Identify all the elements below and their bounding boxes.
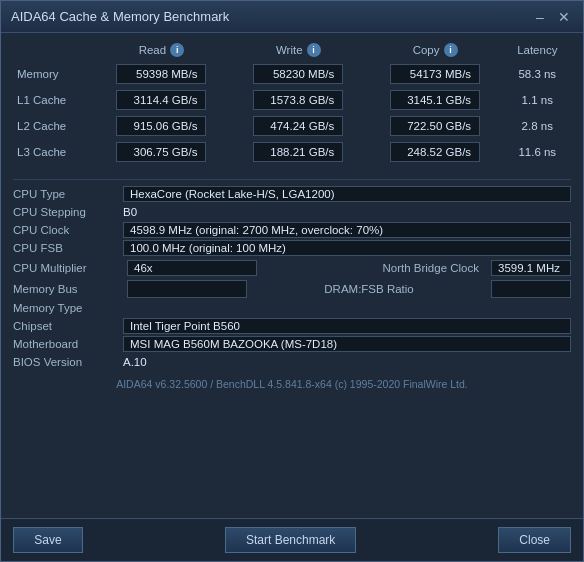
memory-bus-label: Memory Bus [13, 281, 123, 297]
table-row: L3 Cache 306.75 GB/s 188.21 GB/s 248.52 … [13, 139, 571, 165]
benchmark-table: Read i Write i Copy i [13, 41, 571, 165]
cpu-fsb-value: 100.0 MHz (original: 100 MHz) [123, 240, 571, 256]
memory-bus-row: Memory Bus DRAM:FSB Ratio [13, 280, 571, 298]
minimize-button[interactable]: – [531, 8, 549, 26]
memory-type-label: Memory Type [13, 300, 123, 316]
l1-copy: 3145.1 GB/s [367, 87, 504, 113]
col-header-read: Read i [93, 41, 230, 61]
window-title: AIDA64 Cache & Memory Benchmark [11, 9, 531, 24]
memory-copy: 54173 MB/s [367, 61, 504, 87]
bios-value: A.10 [123, 354, 571, 370]
cpu-clock-label: CPU Clock [13, 222, 123, 238]
cpu-stepping-value: B0 [123, 204, 571, 220]
memory-write: 58230 MB/s [230, 61, 367, 87]
dram-fsb-value [491, 280, 571, 298]
bios-label: BIOS Version [13, 354, 123, 370]
main-window: AIDA64 Cache & Memory Benchmark – ✕ Read… [0, 0, 584, 562]
start-benchmark-button[interactable]: Start Benchmark [225, 527, 356, 553]
table-row: L2 Cache 915.06 GB/s 474.24 GB/s 722.50 … [13, 113, 571, 139]
l3-read: 306.75 GB/s [93, 139, 230, 165]
close-button-bar[interactable]: Close [498, 527, 571, 553]
motherboard-label: Motherboard [13, 336, 123, 352]
col-header-copy: Copy i [367, 41, 504, 61]
title-bar: AIDA64 Cache & Memory Benchmark – ✕ [1, 1, 583, 33]
l2-read: 915.06 GB/s [93, 113, 230, 139]
content-area: Read i Write i Copy i [1, 33, 583, 518]
title-controls: – ✕ [531, 8, 573, 26]
col-header-latency: Latency [504, 41, 571, 61]
l1-read: 3114.4 GB/s [93, 87, 230, 113]
row-label-l2: L2 Cache [13, 113, 93, 139]
table-row: L1 Cache 3114.4 GB/s 1573.8 GB/s 3145.1 … [13, 87, 571, 113]
row-label-memory: Memory [13, 61, 93, 87]
l3-copy: 248.52 GB/s [367, 139, 504, 165]
l3-latency: 11.6 ns [504, 139, 571, 165]
cpu-type-value: HexaCore (Rocket Lake-H/S, LGA1200) [123, 186, 571, 202]
l3-write: 188.21 GB/s [230, 139, 367, 165]
memory-bus-value [127, 280, 247, 298]
cpu-fsb-label: CPU FSB [13, 240, 123, 256]
l2-latency: 2.8 ns [504, 113, 571, 139]
memory-latency: 58.3 ns [504, 61, 571, 87]
col-header-write: Write i [230, 41, 367, 61]
button-bar: Save Start Benchmark Close [1, 518, 583, 561]
cpu-multiplier-value: 46x [127, 260, 257, 276]
l1-latency: 1.1 ns [504, 87, 571, 113]
col-header-empty [13, 41, 93, 61]
system-info-grid: Memory Type Chipset Intel Tiger Point B5… [13, 300, 571, 370]
close-button[interactable]: ✕ [555, 8, 573, 26]
cpu-stepping-label: CPU Stepping [13, 204, 123, 220]
l2-copy: 722.50 GB/s [367, 113, 504, 139]
row-label-l3: L3 Cache [13, 139, 93, 165]
cpu-type-label: CPU Type [13, 186, 123, 202]
cpu-clock-value: 4598.9 MHz (original: 2700 MHz, overcloc… [123, 222, 571, 238]
footer-text: AIDA64 v6.32.5600 / BenchDLL 4.5.841.8-x… [13, 378, 571, 390]
write-info-icon[interactable]: i [307, 43, 321, 57]
north-bridge-label: North Bridge Clock [382, 262, 487, 274]
copy-info-icon[interactable]: i [444, 43, 458, 57]
table-row: Memory 59398 MB/s 58230 MB/s 54173 MB/s … [13, 61, 571, 87]
memory-type-value [123, 300, 571, 316]
chipset-label: Chipset [13, 318, 123, 334]
l2-write: 474.24 GB/s [230, 113, 367, 139]
l1-write: 1573.8 GB/s [230, 87, 367, 113]
cpu-multiplier-label: CPU Multiplier [13, 260, 123, 276]
row-label-l1: L1 Cache [13, 87, 93, 113]
save-button[interactable]: Save [13, 527, 83, 553]
motherboard-value: MSI MAG B560M BAZOOKA (MS-7D18) [123, 336, 571, 352]
divider-1 [13, 179, 571, 180]
dram-fsb-label: DRAM:FSB Ratio [251, 283, 487, 295]
memory-read: 59398 MB/s [93, 61, 230, 87]
chipset-value: Intel Tiger Point B560 [123, 318, 571, 334]
cpu-multiplier-row: CPU Multiplier 46x North Bridge Clock 35… [13, 260, 571, 276]
read-info-icon[interactable]: i [170, 43, 184, 57]
cpu-info-grid: CPU Type HexaCore (Rocket Lake-H/S, LGA1… [13, 186, 571, 256]
north-bridge-value: 3599.1 MHz [491, 260, 571, 276]
